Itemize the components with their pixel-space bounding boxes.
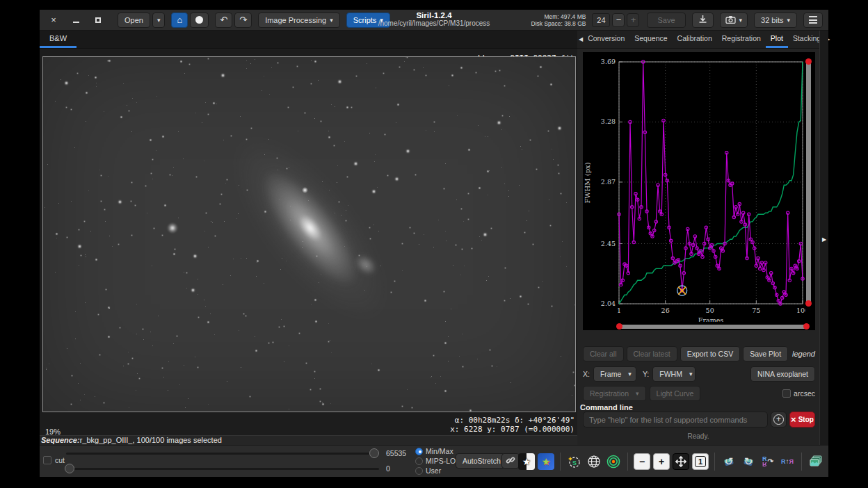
hi-level-slider[interactable] <box>66 453 379 455</box>
command-history-button[interactable]: + <box>771 412 787 428</box>
tab-calibration[interactable]: Calibration <box>673 31 717 48</box>
control-panel: ◀ Conversion Sequence Calibration Regist… <box>577 31 819 445</box>
starfield <box>43 57 44 58</box>
export-csv-button[interactable]: Export to CSV <box>680 346 741 361</box>
home-button[interactable]: ⌂ <box>171 13 188 28</box>
minmax-radio[interactable] <box>415 448 423 455</box>
celestial-coordinates: α: 00h28m22s δ: +40°26'49" x: 6228 y: 07… <box>450 416 574 434</box>
svg-text:100: 100 <box>796 307 805 314</box>
svg-text:S: S <box>572 459 577 466</box>
svg-text:2.45: 2.45 <box>601 240 616 247</box>
status-ready: Ready. <box>577 432 819 440</box>
vrange-bottom-handle[interactable] <box>805 300 812 307</box>
zoom-fit-button[interactable] <box>673 453 689 470</box>
bit-depth-dropdown[interactable]: 32 bits▾ <box>754 13 797 28</box>
display-bottom-bar: cut 65535 0 Min/Max MIPS-LO/HI User Auto… <box>40 445 828 477</box>
record-button[interactable] <box>190 13 209 28</box>
minmax-label: Min/Max <box>426 447 453 455</box>
save-button[interactable]: Save <box>647 13 685 28</box>
stop-button[interactable]: × Stop <box>789 412 815 428</box>
svg-text:50: 50 <box>706 307 714 314</box>
save-plot-button[interactable]: Save Plot <box>743 346 788 361</box>
expand-arrow-icon: ▶ <box>822 236 826 243</box>
tab-registration[interactable]: Registration <box>717 31 766 48</box>
grid-target-overlay-icon[interactable] <box>605 453 622 470</box>
light-curve-button[interactable]: Light Curve <box>650 386 701 401</box>
zoom-out-button[interactable]: − <box>634 453 650 470</box>
zoom-in-button[interactable]: + <box>653 453 670 470</box>
psf-photometry-icon[interactable]: S <box>566 453 583 470</box>
tab-conversion[interactable]: Conversion <box>583 31 629 48</box>
lo-level-slider[interactable] <box>66 468 379 470</box>
sequence-value: r_bkg_pp_OIII_, 100/100 images selected <box>80 436 222 444</box>
rotate-left-button[interactable]: ↺ <box>721 453 737 470</box>
mips-radio[interactable] <box>415 457 423 465</box>
chevron-down-icon: ▾ <box>628 371 632 377</box>
download-icon <box>698 15 707 25</box>
arcsec-label: arcsec <box>794 389 815 398</box>
cut-checkbox[interactable] <box>43 456 51 464</box>
panel-expander[interactable]: ▶ <box>819 31 828 445</box>
registration-layer-dropdown[interactable]: Registration▾ <box>583 386 646 401</box>
fwhm-plot-area: 2.042.452.873.283.691265075100FramesFWHM… <box>583 52 815 330</box>
plot-vertical-range-slider[interactable] <box>806 61 811 304</box>
coords-radec: α: 00h28m22s δ: +40°26'49" <box>450 416 574 425</box>
image-processing-menu-button[interactable]: Image Processing▾ <box>258 13 340 28</box>
tab-plot[interactable]: Plot <box>766 31 788 48</box>
bright-star <box>167 222 178 234</box>
user-radio[interactable] <box>415 467 423 475</box>
sequence-frame-list-button[interactable] <box>807 453 824 470</box>
maximize-icon[interactable] <box>90 12 106 29</box>
image-canvas[interactable] <box>42 56 576 412</box>
threads-increase-button[interactable]: + <box>627 13 639 27</box>
svg-text:2.04: 2.04 <box>601 300 616 307</box>
color-star-rendering-icon[interactable]: ★ <box>538 453 554 470</box>
nina-exoplanet-button[interactable]: NINA exoplanet <box>750 366 815 382</box>
bw-star-rendering-icon[interactable]: ★ <box>518 453 535 470</box>
vrange-top-handle[interactable] <box>805 58 812 65</box>
undo-button[interactable]: ↶ <box>215 13 232 28</box>
clear-latest-button[interactable]: Clear latest <box>627 346 677 361</box>
field-star <box>302 187 308 193</box>
image-panel: B&W r_bkg_pp_OIII_00037.fit α: 00h28m22s… <box>40 31 577 445</box>
lo-slider-handle[interactable] <box>65 464 74 473</box>
hi-slider-handle[interactable] <box>369 448 379 458</box>
plot-horizontal-range-slider[interactable] <box>619 325 808 329</box>
fwhm-chart-svg[interactable]: 2.042.452.873.283.691265075100FramesFWHM… <box>583 52 805 322</box>
svg-text:Frames: Frames <box>698 316 723 322</box>
zoom-one-to-one-button[interactable]: 1 <box>692 453 709 470</box>
svg-text:75: 75 <box>752 307 760 314</box>
command-input[interactable] <box>583 412 768 428</box>
snapshot-button[interactable]: ▾ <box>720 13 748 28</box>
open-button[interactable]: Open <box>118 13 150 28</box>
close-icon[interactable]: × <box>45 12 62 29</box>
chevron-down-icon: ▾ <box>330 17 333 24</box>
y-axis-dropdown[interactable]: FWHM▾ <box>652 366 696 382</box>
link-channels-button[interactable] <box>501 453 520 469</box>
arcsec-checkbox[interactable] <box>782 389 791 398</box>
camera-icon <box>725 15 736 25</box>
main-menu-button[interactable] <box>803 13 823 28</box>
threads-count-field[interactable]: 24 <box>592 13 610 27</box>
threads-decrease-button[interactable]: − <box>612 13 625 27</box>
open-recent-chevron-button[interactable]: ▾ <box>152 13 166 28</box>
rotate-right-button[interactable]: ↻ <box>740 453 757 470</box>
x-axis-dropdown[interactable]: Frame▾ <box>593 366 636 382</box>
lo-value-label: 0 <box>386 464 390 473</box>
tab-sequence[interactable]: Sequence <box>629 31 672 48</box>
fit-to-window-icon <box>675 456 686 467</box>
save-as-button[interactable] <box>692 13 714 28</box>
scripts-menu-button[interactable]: Scripts▾ <box>346 13 390 28</box>
stop-x-icon: × <box>791 414 796 425</box>
mirror-horizontal-button[interactable]: R R ↷ <box>760 453 776 470</box>
minimize-icon[interactable] <box>67 12 84 29</box>
hrange-right-handle[interactable] <box>803 323 810 330</box>
redo-button[interactable]: ↷ <box>234 13 252 28</box>
legend-toggle[interactable]: legend <box>792 350 815 358</box>
hrange-left-handle[interactable] <box>616 323 622 330</box>
mirror-vertical-button[interactable]: R ↑ Я <box>779 453 796 470</box>
tab-bw[interactable]: B&W <box>40 31 77 48</box>
mirror-arrow-icon: ↷ <box>768 459 773 464</box>
astrometry-annotations-globe-icon[interactable] <box>586 453 602 470</box>
clear-all-button[interactable]: Clear all <box>583 346 624 361</box>
